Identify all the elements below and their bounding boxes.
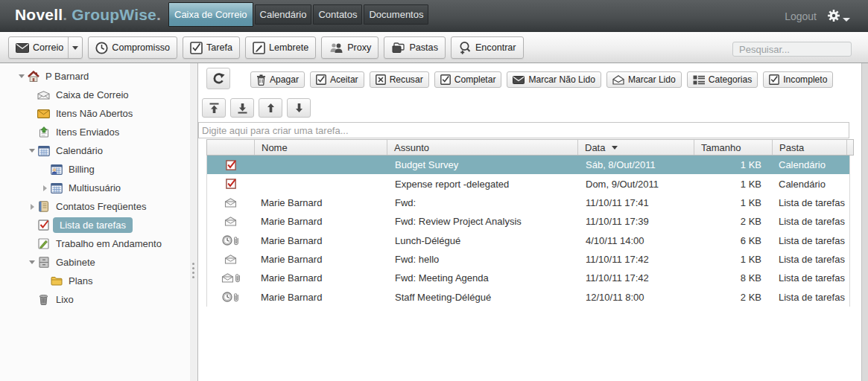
completar-button[interactable]: Completar [434, 71, 502, 88]
column-header-tamanho[interactable]: Tamanho [694, 140, 773, 155]
incompleto-button[interactable]: Incompleto [763, 71, 833, 88]
sidebar-item-contatos-freqüentes[interactable]: Contatos Freqüentes [0, 197, 190, 216]
task-row[interactable]: Marie BarnardLunch-Délégué4/10/11 14:006… [207, 231, 849, 249]
tamanho-cell: 8 KB [694, 272, 772, 284]
sidebar-item-gabinete[interactable]: Gabinete [0, 253, 190, 272]
refresh-button[interactable] [206, 68, 230, 89]
tarefa-button[interactable]: Tarefa [183, 36, 240, 59]
button-label: Completar [454, 74, 496, 85]
encontrar-button[interactable]: Encontrar [451, 36, 524, 59]
tasklist-rows: Budget SurveySáb, 8/Out/20111 KBCalendár… [206, 156, 850, 307]
grip-dot [192, 276, 194, 278]
task-row[interactable]: Marie BarnardFwd: Review Project Analysi… [207, 212, 849, 231]
correio-dropdown-arrow[interactable] [68, 37, 82, 58]
grip-dot [192, 267, 194, 269]
nome-cell: Marie Barnard [254, 197, 387, 208]
task-row[interactable]: Expense report -delegatedDom, 9/Out/2011… [207, 174, 849, 193]
pasta-cell: Lista de tarefas [772, 254, 850, 265]
button-label: Categorias [709, 74, 753, 85]
task-row[interactable]: Marie BarnardStaff Meeting-Délégué12/10/… [207, 287, 849, 306]
sidebar-item-lixo[interactable]: Lixo [0, 290, 190, 309]
sidebar-item-multiusuário[interactable]: Multiusuário [0, 179, 190, 197]
sidebar-item-itens-não-abertos[interactable]: Itens Não Abertos [0, 104, 190, 123]
folder-sidebar: P BarnardCaixa de CorreioItens Não Abert… [0, 63, 190, 381]
move-down-button[interactable] [287, 98, 311, 118]
column-header-data[interactable]: Data [578, 140, 694, 155]
apagar-button[interactable]: Apagar [250, 71, 305, 88]
triangle-right [43, 185, 47, 191]
sidebar-item-plans[interactable]: Plans [0, 272, 190, 290]
tab-calendário[interactable]: Calendário [255, 4, 312, 25]
tamanho-cell: 2 KB [694, 216, 772, 227]
column-header-assunto[interactable]: Assunto [387, 140, 578, 155]
task-row[interactable]: Marie BarnardFwd:11/10/11 17:411 KBLista… [207, 193, 849, 212]
pasta-cell: Lista de tarefas [772, 292, 850, 303]
folder-icon [50, 276, 63, 286]
expander-expanded-icon[interactable] [27, 149, 37, 153]
task-row[interactable]: Marie BarnardFwd: Meeting Agenda11/10/11… [207, 269, 849, 287]
vertical-scrollbar[interactable] [861, 63, 868, 381]
column-header-pasta[interactable]: Pasta [773, 140, 847, 155]
move-bottom-button[interactable] [230, 98, 254, 118]
pastas-button[interactable]: Pastas [384, 36, 446, 59]
compromisso-button[interactable]: Compromisso [88, 36, 177, 59]
expander-collapsed-icon[interactable] [39, 185, 50, 191]
nome-cell: Marie Barnard [254, 292, 387, 303]
aceitar-button[interactable]: Aceitar [310, 71, 364, 88]
recusar-button[interactable]: Recusar [370, 71, 429, 88]
complete-icon [440, 74, 451, 85]
nome-cell: Marie Barnard [254, 254, 387, 265]
folder-label: Plans [66, 274, 96, 288]
sidebar-item-billing[interactable]: Billing [0, 160, 190, 179]
folder-label: Trabalho em Andamento [53, 237, 165, 251]
search-input[interactable] [732, 42, 852, 57]
nome-cell: Marie Barnard [254, 216, 387, 227]
folder-label: P Barnard [42, 69, 92, 83]
item-type-cell [207, 273, 254, 283]
sidebar-item-trabalho-em-andamento[interactable]: Trabalho em Andamento [0, 234, 190, 253]
calendar-multiuser-icon [50, 182, 63, 193]
quick-add-task-input[interactable] [198, 122, 849, 138]
sidebar-item-calendário[interactable]: Calendário [0, 141, 190, 160]
correio-button[interactable]: Correio [8, 36, 83, 59]
button-label: Tarefa [206, 42, 232, 53]
sidebar-item-caixa-de-correio[interactable]: Caixa de Correio [0, 86, 190, 104]
move-top-button[interactable] [202, 98, 226, 118]
pasta-cell: Lista de tarefas [772, 235, 850, 246]
tab-documentos[interactable]: Documentos [364, 4, 428, 25]
button-label: Compromisso [112, 42, 170, 53]
move-up-icon [265, 103, 276, 113]
settings-menu-button[interactable] [827, 9, 850, 22]
marcar-não-lido-button[interactable]: Marcar Não Lido [507, 71, 601, 88]
sidebar-splitter[interactable] [190, 63, 198, 381]
task-row[interactable]: Budget SurveySáb, 8/Out/20111 KBCalendár… [207, 156, 849, 174]
folder-label: Gabinete [53, 255, 98, 269]
sidebar-item-p-barnard[interactable]: P Barnard [0, 67, 190, 86]
tasklist-icon [37, 220, 50, 231]
folders-icon [391, 42, 405, 54]
column-header-icon[interactable] [207, 140, 255, 155]
tab-contatos[interactable]: Contatos [313, 4, 362, 25]
sidebar-item-lista-de-tarefas[interactable]: Lista de tarefas [0, 216, 190, 234]
expander-expanded-icon[interactable] [27, 260, 37, 264]
proxy-button[interactable]: Proxy [321, 36, 378, 59]
brand-reflection-text: . [63, 25, 67, 32]
mail-read-icon [221, 273, 234, 283]
categorias-button[interactable]: Categorias [687, 71, 758, 88]
task-row[interactable]: Marie BarnardFwd: hello11/10/11 17:421 K… [207, 250, 849, 269]
sidebar-item-itens-enviados[interactable]: Itens Enviados [0, 123, 190, 141]
lembrete-button[interactable]: Lembrete [245, 36, 316, 59]
frequent-contacts-icon [37, 201, 50, 212]
mail-icon [16, 43, 29, 53]
button-label: Recusar [390, 74, 423, 85]
tab-caixa-de-correio[interactable]: Caixa de Correio [168, 2, 253, 27]
marcar-lido-button[interactable]: Marcar Lido [606, 71, 682, 88]
sort-desc-icon [612, 146, 618, 150]
column-header-nome[interactable]: Nome [255, 140, 387, 155]
move-up-button[interactable] [259, 98, 282, 118]
expander-collapsed-icon[interactable] [27, 204, 37, 210]
logout-link[interactable]: Logout [785, 10, 817, 22]
splitter-grip-icon [192, 263, 194, 278]
button-label: Correio [33, 42, 63, 53]
expander-expanded-icon[interactable] [16, 74, 27, 78]
